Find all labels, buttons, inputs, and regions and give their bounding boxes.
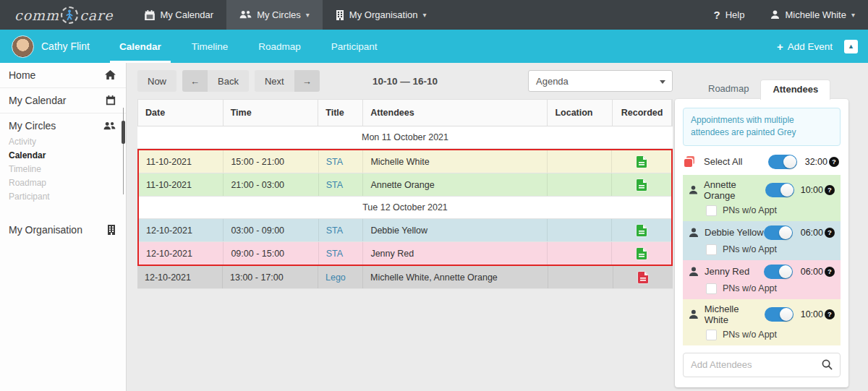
question-icon[interactable]: ? — [825, 228, 835, 238]
calendar-main: Now ← Back Next → 10-10 — 16-10 Agenda — [127, 63, 868, 391]
question-icon[interactable]: ? — [829, 157, 839, 167]
sidebar-item-my-circles[interactable]: My Circles — [0, 113, 126, 133]
attendee-name: Jenny Red — [705, 266, 749, 277]
table-row[interactable]: 12-10-2021 03:00 - 09:00 STA Debbie Yell… — [139, 219, 671, 242]
nav-my-calendar[interactable]: My Calendar — [132, 0, 226, 30]
table-row[interactable]: 11-10-2021 21:00 - 03:00 STA Annette Ora… — [139, 173, 671, 197]
attendee-hours: 06:00 — [799, 267, 823, 277]
pns-checkbox-label: PNs w/o Appt — [723, 205, 777, 215]
event-title-link[interactable]: STA — [326, 249, 343, 259]
nav-my-circles-label: My Circles — [257, 9, 301, 20]
attendee-toggle[interactable] — [765, 307, 793, 322]
tab-participant[interactable]: Participant — [316, 30, 393, 63]
person-icon — [770, 10, 780, 20]
recorded-green-icon[interactable] — [637, 225, 647, 236]
sidebar-item-my-organisation[interactable]: My Organisation — [0, 218, 126, 242]
col-header-recorded: Recorded — [613, 100, 672, 126]
view-mode-select[interactable]: Agenda — [528, 70, 673, 92]
panel-tab-attendees[interactable]: Attendees — [760, 80, 830, 100]
back-button[interactable]: Back — [208, 70, 249, 92]
chevron-down-icon: ▾ — [422, 11, 426, 19]
add-event-button[interactable]: + Add Event — [777, 40, 833, 53]
collapse-panel-button[interactable]: ▲ — [844, 40, 858, 53]
attendee-toggle[interactable] — [765, 183, 794, 197]
question-icon[interactable]: ? — [825, 267, 835, 277]
sidebar-item-home[interactable]: Home — [0, 63, 126, 88]
sidebar-sub-participant[interactable]: Participant — [9, 189, 126, 203]
copy-icon[interactable] — [684, 156, 695, 167]
attendees-panel: Appointments with multiple attendees are… — [675, 99, 848, 387]
pns-checkbox[interactable] — [706, 283, 717, 294]
next-button[interactable]: Next — [255, 70, 294, 92]
attendee-hours: 10:00 — [800, 185, 823, 195]
home-icon — [105, 70, 116, 80]
profile-name: Cathy Flint — [41, 40, 90, 52]
tab-roadmap[interactable]: Roadmap — [243, 30, 316, 63]
select-all-toggle[interactable] — [768, 155, 797, 169]
tab-timeline[interactable]: Timeline — [176, 30, 244, 63]
chevron-down-icon: ▾ — [851, 11, 855, 19]
sidebar-scrollbar-thumb[interactable] — [122, 121, 125, 144]
arrow-left-icon: ← — [190, 76, 200, 87]
help-icon: ? — [714, 9, 720, 21]
building-icon — [107, 225, 116, 235]
users-icon — [239, 10, 252, 20]
question-icon[interactable]: ? — [825, 309, 835, 319]
attendee-card: Annette Orange 10:00 ? PNs w/o Appt — [683, 175, 841, 221]
search-icon[interactable] — [822, 359, 833, 370]
now-button[interactable]: Now — [137, 70, 176, 92]
calendar-icon — [106, 95, 116, 106]
day-header: Mon 11 October 2021 — [137, 126, 673, 149]
recorded-green-icon[interactable] — [637, 179, 647, 191]
event-title-link[interactable]: STA — [326, 225, 343, 236]
add-attendees-input[interactable] — [691, 359, 822, 370]
attendee-toggle[interactable] — [764, 265, 793, 279]
col-header-location: Location — [548, 100, 613, 126]
avatar — [12, 35, 34, 58]
sidebar-sub-calendar[interactable]: Calendar — [9, 148, 126, 162]
event-title-link[interactable]: Lego — [326, 272, 346, 283]
user-menu[interactable]: Michelle White ▾ — [757, 0, 868, 30]
pns-checkbox[interactable] — [706, 205, 717, 216]
col-header-time: Time — [224, 100, 319, 126]
panel-tab-roadmap[interactable]: Roadmap — [697, 80, 760, 100]
recorded-green-icon[interactable] — [637, 248, 647, 259]
app-logo: comm care — [0, 0, 132, 30]
pns-checkbox[interactable] — [706, 330, 717, 340]
logo-text-pre: comm — [14, 7, 59, 23]
building-icon — [336, 10, 344, 20]
event-title-link[interactable]: STA — [326, 157, 343, 167]
select-all-label: Select All — [704, 156, 742, 167]
recorded-red-icon[interactable] — [638, 272, 648, 283]
nav-my-circles[interactable]: My Circles ▾ — [226, 0, 323, 30]
event-title-link[interactable]: STA — [326, 180, 343, 190]
nav-my-organisation[interactable]: My Organisation ▾ — [323, 0, 440, 30]
sidebar: Home My Calendar My Circles Activity Cal… — [0, 63, 127, 391]
help-button[interactable]: ? Help — [701, 0, 758, 30]
sidebar-sub-timeline[interactable]: Timeline — [9, 162, 126, 176]
next-arrow-button[interactable]: → — [294, 70, 320, 92]
select-all-hours: 32:00 — [803, 157, 827, 167]
sidebar-sub-activity[interactable]: Activity — [9, 134, 126, 148]
agenda-table: Date Time Title Attendees Location Recor… — [137, 99, 673, 289]
attendee-card: Jenny Red 06:00 ? PNs w/o Appt — [683, 260, 841, 299]
sidebar-my-circles-submenu: Activity Calendar Timeline Roadmap Parti… — [0, 133, 126, 206]
sidebar-item-my-calendar[interactable]: My Calendar — [0, 88, 126, 113]
person-icon — [689, 267, 699, 277]
table-row[interactable]: 12-10-2021 09:00 - 15:00 STA Jenny Red — [139, 242, 671, 265]
chevron-down-icon: ▾ — [306, 11, 310, 19]
question-icon[interactable]: ? — [825, 185, 835, 195]
collapse-up-icon: ▲ — [848, 43, 854, 50]
table-row[interactable]: 11-10-2021 15:00 - 21:00 STA Michelle Wh… — [139, 150, 671, 173]
attendee-name: Annette Orange — [704, 179, 765, 201]
attendee-toggle[interactable] — [764, 225, 793, 240]
tab-calendar[interactable]: Calendar — [104, 30, 176, 63]
profile[interactable]: Cathy Flint — [0, 30, 104, 63]
panel-tabs: Roadmap Attendees — [675, 80, 848, 100]
pns-checkbox[interactable] — [706, 244, 717, 255]
table-row[interactable]: 12-10-2021 13:00 - 17:00 Lego Michelle W… — [137, 266, 673, 289]
recorded-green-icon[interactable] — [637, 156, 647, 168]
back-arrow-button[interactable]: ← — [182, 70, 208, 92]
sidebar-sub-roadmap[interactable]: Roadmap — [9, 176, 126, 189]
selected-events-outline: 11-10-2021 15:00 - 21:00 STA Michelle Wh… — [137, 149, 673, 266]
